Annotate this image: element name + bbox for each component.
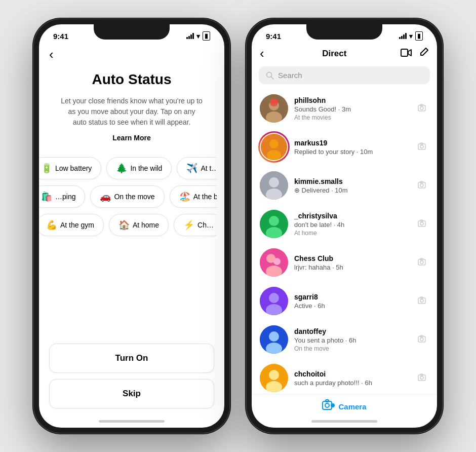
message-item-dantoffey[interactable]: dantoffey You sent a photo · 6h On the m… [252,320,437,359]
signal-icon [186,33,194,39]
preview-markus: Replied to your story · 10m [294,148,412,156]
camera-icon-dantoffey[interactable] [418,334,429,346]
pill-wild-label: In the wild [130,164,162,172]
username-kimmie: kimmie.smalls [294,177,412,185]
camera-bar: Camera [252,394,437,424]
back-button-left[interactable]: ‹ [39,43,224,66]
shopping-emoji: 🛍️ [41,191,52,202]
low-battery-emoji: 🔋 [41,163,52,174]
car-emoji: 🚗 [100,191,111,202]
camera-button[interactable]: Camera [322,399,366,413]
svg-point-34 [420,260,423,263]
charging-emoji: ⚡ [183,219,194,231]
msg-content-phillsohn: phillsohn Sounds Good! · 3m At the movie… [294,96,412,121]
message-item-markus19[interactable]: markus19 Replied to your story · 10m [252,128,437,166]
msg-content-chess: Chess Club lrjvr: hahaha · 5h [294,254,412,271]
camera-icon-sgarri8[interactable] [418,295,429,307]
message-item-chess[interactable]: Chess Club lrjvr: hahaha · 5h [252,243,437,282]
avatar-kimmie [260,171,288,200]
pill-low-battery[interactable]: 🔋 Low battery [39,157,101,179]
pill-on-the-move[interactable]: 🚗 On the move [90,185,164,208]
svg-point-9 [420,106,423,109]
message-list: phillsohn Sounds Good! · 3m At the movie… [252,89,437,394]
back-button-right[interactable]: ‹ [260,46,264,61]
search-placeholder: Search [278,71,302,80]
camera-icon-chchoitoi[interactable] [418,372,429,384]
pill-gym-label: At the gym [60,221,94,229]
status-icons-left: ▾ ▮ [186,31,210,41]
direct-action-icons [401,47,429,60]
skip-button[interactable]: Skip [49,379,214,408]
search-icon [266,71,274,80]
home-emoji: 🏠 [118,219,130,231]
pill-charging[interactable]: ⚡ Ch… [174,214,217,236]
camera-icon-markus[interactable] [418,141,429,153]
bottom-buttons: Turn On Skip [39,333,224,424]
wifi-icon: ▾ [196,32,200,40]
svg-point-40 [420,299,423,302]
avatar-phillsohn [260,94,288,123]
camera-icon-christy[interactable] [418,218,429,230]
wild-emoji: 🌲 [116,163,127,174]
status-dantoffey: On the move [294,345,412,352]
message-item-kimmie[interactable]: kimmie.smalls ⊕ Delivered · 10m [252,166,437,205]
auto-status-screen: ‹ Auto Status Let your close friends kno… [39,43,224,424]
pill-at-the-beach[interactable]: 🏖️ At the bea… [170,185,217,208]
compose-icon[interactable] [419,47,429,60]
username-markus: markus19 [294,139,412,147]
direct-title: Direct [268,49,401,59]
left-phone-screen: 9:41 ▾ ▮ ‹ Auto Status Let y [39,24,224,428]
msg-content-chchoitoi: chchoitoi such a purday photo!!! · 6h [294,370,412,387]
avatar-markus [261,134,287,160]
svg-point-52 [420,376,423,379]
svg-point-15 [420,145,423,148]
message-item-sgarri8[interactable]: sgarri8 Active · 6h [252,282,437,320]
pill-in-the-wild[interactable]: 🌲 In the wild [106,157,172,179]
pills-row-2: 🛍️ …ping 🚗 On the move 🏖️ At the bea… [39,182,217,211]
home-indicator-right [311,420,377,423]
pill-charging-label: Ch… [197,221,214,229]
message-item-phillsohn[interactable]: phillsohn Sounds Good! · 3m At the movie… [252,89,437,128]
turn-on-button[interactable]: Turn On [49,344,214,373]
notch-right [306,24,382,40]
svg-line-2 [271,77,274,79]
auto-status-content: Auto Status Let your close friends know … [39,66,224,333]
battery-icon-right: ▮ [415,31,423,41]
avatar-wrapper-markus [260,133,288,161]
camera-icon-chess[interactable] [418,257,429,269]
svg-point-18 [269,177,279,187]
preview-sgarri8: Active · 6h [294,302,412,310]
battery-icon: ▮ [203,31,210,41]
username-chchoitoi: chchoitoi [294,370,412,378]
svg-rect-7 [270,99,278,103]
pill-shopping[interactable]: 🛍️ …ping [39,185,85,208]
pill-airplane-label: At t… [201,164,217,172]
home-indicator-left [99,420,165,423]
search-bar[interactable]: Search [259,66,430,84]
msg-content-sgarri8: sgarri8 Active · 6h [294,293,412,310]
beach-emoji: 🏖️ [179,191,190,202]
message-item-christy[interactable]: _christysilva don't be late! · 4h At hom… [252,205,437,243]
pill-move-label: On the move [114,193,154,201]
camera-icon-phillsohn[interactable] [418,103,429,115]
svg-rect-0 [401,49,408,56]
video-icon[interactable] [401,48,412,59]
camera-icon-kimmie[interactable] [418,180,429,192]
pill-at-home[interactable]: 🏠 At home [109,214,169,236]
message-item-chchoitoi[interactable]: chchoitoi such a purday photo!!! · 6h [252,359,437,394]
notch [94,24,170,40]
svg-point-46 [420,337,423,341]
preview-chchoitoi: such a purday photo!!! · 6h [294,379,412,387]
pill-airplane[interactable]: ✈️ At t… [177,157,217,179]
avatar-sgarri8 [260,287,288,315]
status-phillsohn: At the movies [294,114,412,121]
pill-low-battery-label: Low battery [55,164,92,172]
preview-chess: lrjvr: hahaha · 5h [294,263,412,271]
username-dantoffey: dantoffey [294,327,412,335]
pills-row-1: 🔋 Low battery 🌲 In the wild ✈️ At t… [39,154,217,182]
auto-status-description: Let your close friends know what you're … [61,96,203,128]
msg-content-kimmie: kimmie.smalls ⊕ Delivered · 10m [294,177,412,194]
avatar-dantoffey [260,325,288,354]
learn-more-link[interactable]: Learn More [112,134,150,142]
pill-at-the-gym[interactable]: 💪 At the gym [39,214,104,236]
